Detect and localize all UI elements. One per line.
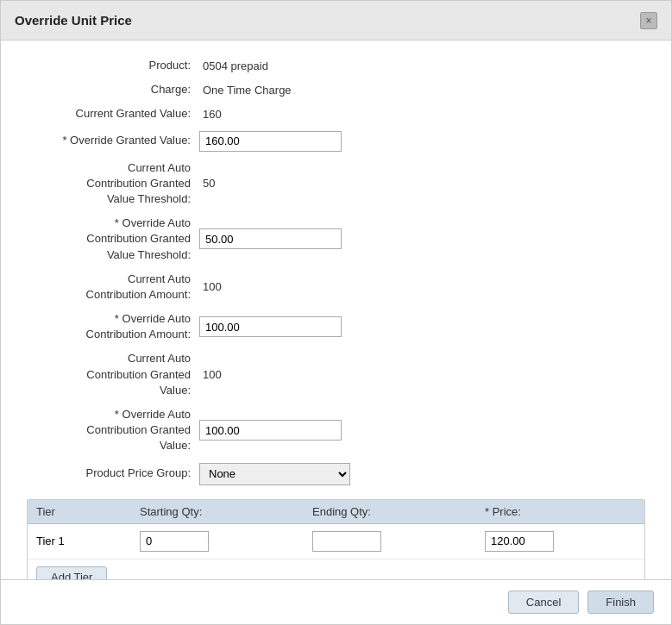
override-granted-value-row: * Override Granted Value: xyxy=(27,131,645,152)
table-row: Tier 1 xyxy=(28,524,644,559)
finish-button[interactable]: Finish xyxy=(587,591,654,614)
override-auto-contribution-granted-row: * Override AutoContribution GrantedValue… xyxy=(27,407,645,454)
current-contribution-amount-label: Current AutoContribution Amount: xyxy=(27,272,199,303)
product-row: Product: 0504 prepaid xyxy=(27,58,645,73)
override-auto-contribution-label: * Override AutoContribution GrantedValue… xyxy=(27,216,199,263)
product-price-group-select[interactable]: None xyxy=(199,463,350,485)
product-price-group-row: Product Price Group: None xyxy=(27,463,645,485)
current-auto-contribution-granted-label: Current AutoContribution GrantedValue: xyxy=(27,351,199,398)
product-label: Product: xyxy=(27,58,199,73)
tier-name: Tier 1 xyxy=(36,534,65,547)
dialog-body: Product: 0504 prepaid Charge: One Time C… xyxy=(1,41,671,579)
current-auto-contribution-granted-value: 100 xyxy=(199,368,222,381)
override-auto-contribution-granted-label: * Override AutoContribution GrantedValue… xyxy=(27,407,199,454)
override-auto-contribution-granted-input[interactable] xyxy=(199,420,342,441)
ending-qty-cell xyxy=(312,531,485,552)
current-auto-contribution-label: Current AutoContribution GrantedValue Th… xyxy=(27,160,199,208)
charge-row: Charge: One Time Charge xyxy=(27,82,645,97)
price-input[interactable] xyxy=(485,531,554,552)
product-price-group-label: Product Price Group: xyxy=(27,466,199,481)
current-auto-contribution-granted-row: Current AutoContribution GrantedValue: 1… xyxy=(27,351,645,398)
close-button[interactable]: × xyxy=(640,12,657,29)
dialog-title: Override Unit Price xyxy=(15,13,132,28)
override-granted-value-label: * Override Granted Value: xyxy=(27,133,199,148)
tier-name-cell: Tier 1 xyxy=(36,534,140,547)
dialog-footer: Cancel Finish xyxy=(1,579,671,624)
tier-section: Tier Starting Qty: Ending Qty: * Price: … xyxy=(27,499,645,579)
starting-qty-col-header: Starting Qty: xyxy=(140,505,312,518)
starting-qty-cell xyxy=(140,531,312,552)
override-unit-price-dialog: Override Unit Price × Product: 0504 prep… xyxy=(0,0,672,625)
add-tier-row: Add Tier xyxy=(28,559,644,579)
price-col-header: * Price: xyxy=(485,505,636,518)
current-contribution-amount-row: Current AutoContribution Amount: 100 xyxy=(27,272,645,303)
ending-qty-input[interactable] xyxy=(312,531,381,552)
override-contribution-amount-row: * Override AutoContribution Amount: xyxy=(27,311,645,342)
current-auto-contribution-value: 50 xyxy=(199,177,215,190)
current-granted-value-label: Current Granted Value: xyxy=(27,106,199,122)
close-icon: × xyxy=(645,15,651,27)
price-cell xyxy=(485,531,636,552)
current-contribution-amount-value: 100 xyxy=(199,280,222,293)
override-contribution-amount-label: * Override AutoContribution Amount: xyxy=(27,311,199,342)
ending-qty-col-header: Ending Qty: xyxy=(312,505,485,518)
charge-value: One Time Charge xyxy=(199,84,292,97)
override-auto-contribution-row: * Override AutoContribution GrantedValue… xyxy=(27,216,645,263)
current-auto-contribution-row: Current AutoContribution GrantedValue Th… xyxy=(27,160,645,208)
dialog-header: Override Unit Price × xyxy=(1,1,671,41)
override-granted-value-input[interactable] xyxy=(199,131,342,152)
product-value: 0504 prepaid xyxy=(199,59,268,72)
starting-qty-input[interactable] xyxy=(140,531,209,552)
current-granted-value-row: Current Granted Value: 160 xyxy=(27,106,645,122)
tier-col-header: Tier xyxy=(36,505,140,518)
override-contribution-amount-input[interactable] xyxy=(199,316,342,337)
current-granted-value: 160 xyxy=(199,108,222,121)
override-auto-contribution-input[interactable] xyxy=(199,228,342,249)
add-tier-button[interactable]: Add Tier xyxy=(36,566,107,579)
tier-table-header: Tier Starting Qty: Ending Qty: * Price: xyxy=(28,500,644,524)
charge-label: Charge: xyxy=(27,82,199,97)
cancel-button[interactable]: Cancel xyxy=(508,591,579,614)
